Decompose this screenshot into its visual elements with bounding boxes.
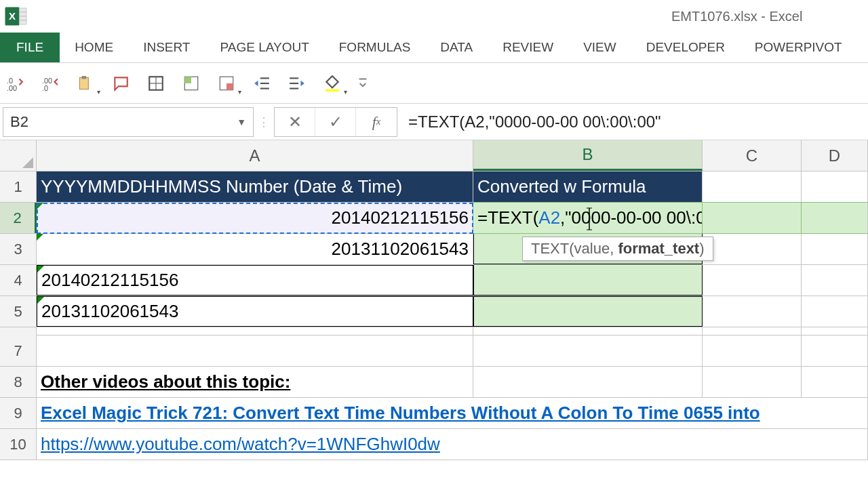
svg-rect-5 — [20, 20, 27, 24]
cell-b5[interactable] — [473, 296, 703, 327]
cell-a7[interactable] — [37, 336, 473, 366]
col-header-b[interactable]: B — [473, 140, 703, 171]
col-header-a[interactable]: A — [37, 140, 473, 171]
tab-powerpivot[interactable]: POWERPIVOT — [740, 33, 857, 62]
cell-d6[interactable] — [802, 327, 868, 335]
insert-cells-icon[interactable] — [180, 73, 202, 94]
cell-a10[interactable]: https://www.youtube.com/watch?v=1WNFGhwI… — [37, 429, 868, 460]
cell-c1[interactable] — [703, 171, 802, 202]
svg-text:.00: .00 — [7, 83, 17, 92]
tab-developer[interactable]: DEVELOPER — [631, 33, 740, 62]
cancel-formula-button[interactable]: ✕ — [275, 108, 315, 136]
cell-d4[interactable] — [802, 265, 868, 296]
enter-formula-button[interactable]: ✓ — [315, 108, 356, 136]
quick-toolbar: .0.00 .00.0 ▾ ▾ ▾ — [0, 63, 868, 104]
text-caret-icon — [589, 205, 590, 232]
cell-c7[interactable] — [703, 336, 802, 366]
row-header-3[interactable]: 3 — [0, 234, 37, 264]
cell-d8[interactable] — [802, 367, 868, 397]
tab-data[interactable]: DATA — [425, 33, 488, 62]
formula-input[interactable]: =TEXT(A2,"0000-00-00 00\:00\:00" — [397, 107, 868, 137]
cell-c8[interactable] — [703, 367, 802, 397]
window-title: EMT1076.xlsx - Excel — [671, 9, 802, 24]
row-header-5[interactable]: 5 — [0, 296, 37, 327]
cell-d1[interactable] — [802, 171, 868, 202]
paste-icon[interactable]: ▾ — [75, 73, 96, 94]
cell-b7[interactable] — [473, 336, 703, 366]
row-header-7[interactable]: 7 — [0, 336, 37, 366]
tab-page-layout[interactable]: PAGE LAYOUT — [205, 33, 323, 62]
name-box-value: B2 — [10, 113, 28, 131]
row-header-1[interactable]: 1 — [0, 171, 37, 202]
excel-app-icon: X — [4, 4, 28, 28]
row-header-8[interactable]: 8 — [0, 367, 37, 397]
insert-function-button[interactable]: fx — [356, 108, 397, 136]
row-header-10[interactable]: 10 — [0, 429, 37, 460]
formula-bar-separator: ⋮ — [254, 115, 274, 129]
svg-text:.0: .0 — [42, 83, 48, 92]
row-header-4[interactable]: 4 — [0, 265, 37, 296]
tab-insert[interactable]: INSERT — [128, 33, 205, 62]
tab-file[interactable]: FILE — [0, 33, 60, 62]
row-3: 3 20131102061543 — [0, 234, 868, 265]
svg-rect-16 — [184, 77, 191, 83]
row-2: 2 20140212115156 =TEXT(A2,"0000-00-00 00… — [0, 203, 868, 234]
increase-decimal-icon[interactable]: .0.00 — [4, 73, 26, 94]
delete-cells-icon[interactable]: ▾ — [216, 73, 237, 94]
name-box[interactable]: B2 ▼ — [3, 107, 254, 137]
cell-d7[interactable] — [802, 336, 868, 366]
cell-a8[interactable]: Other videos about this topic: — [37, 367, 473, 397]
col-header-c[interactable]: C — [703, 140, 802, 171]
cell-c2[interactable] — [703, 203, 802, 233]
select-all-corner[interactable] — [0, 140, 37, 171]
col-header-d[interactable]: D — [802, 140, 868, 171]
tab-formulas[interactable]: FORMULAS — [324, 33, 426, 62]
cell-a6[interactable] — [37, 327, 473, 335]
cell-c6[interactable] — [703, 327, 802, 335]
formula-bar-buttons: ✕ ✓ fx — [274, 107, 397, 137]
tab-review[interactable]: REVIEW — [488, 33, 568, 62]
svg-text:X: X — [9, 10, 16, 22]
row-4: 4 20140212115156 — [0, 265, 868, 296]
cell-b6[interactable] — [473, 327, 703, 335]
cell-c5[interactable] — [703, 296, 802, 327]
row-header-2[interactable]: 2 — [0, 203, 37, 233]
cell-d5[interactable] — [802, 296, 868, 327]
cell-a5[interactable]: 20131102061543 — [37, 296, 473, 327]
row-header-6[interactable] — [0, 327, 37, 336]
name-box-dropdown-icon[interactable]: ▼ — [237, 117, 246, 127]
cell-c4[interactable] — [703, 265, 802, 296]
cell-b8[interactable] — [473, 367, 703, 397]
cell-a9[interactable]: Excel Magic Trick 721: Convert Text Time… — [37, 398, 868, 428]
fill-color-icon[interactable]: ▾ — [321, 73, 343, 94]
cell-b1[interactable]: Converted w Formula — [473, 171, 703, 202]
title-bar: X EMT1076.xlsx - Excel — [0, 0, 868, 33]
row-header-9[interactable]: 9 — [0, 398, 37, 428]
cell-a2[interactable]: 20140212115156 — [37, 203, 473, 233]
svg-rect-11 — [82, 76, 87, 79]
svg-rect-2 — [20, 8, 27, 12]
cell-a4[interactable]: 20140212115156 — [37, 265, 473, 296]
row-5: 5 20131102061543 — [0, 296, 868, 327]
decrease-indent-icon[interactable] — [251, 73, 273, 94]
cell-a3[interactable]: 20131102061543 — [37, 234, 473, 264]
cell-b4[interactable] — [473, 265, 703, 296]
comment-icon[interactable] — [110, 73, 132, 94]
increase-indent-icon[interactable] — [286, 73, 308, 94]
formula-bar: B2 ▼ ⋮ ✕ ✓ fx =TEXT(A2,"0000-00-00 00\:0… — [0, 104, 868, 140]
borders-icon[interactable] — [145, 73, 167, 94]
svg-rect-3 — [20, 12, 27, 16]
row-8: 8 Other videos about this topic: — [0, 367, 868, 398]
tab-home[interactable]: HOME — [60, 33, 128, 62]
decrease-decimal-icon[interactable]: .00.0 — [39, 73, 61, 94]
svg-rect-4 — [20, 16, 27, 20]
toolbar-overflow-icon[interactable] — [357, 73, 369, 94]
tab-view[interactable]: VIEW — [568, 33, 631, 62]
svg-rect-25 — [326, 89, 339, 91]
cell-a1[interactable]: YYYYMMDDHHMMSS Number (Date & Time) — [37, 171, 473, 202]
row-1: 1 YYYYMMDDHHMMSS Number (Date & Time) Co… — [0, 171, 868, 203]
cell-d3[interactable] — [802, 234, 868, 264]
cell-c3[interactable] — [703, 234, 802, 264]
cell-d2[interactable] — [802, 203, 868, 233]
row-10: 10 https://www.youtube.com/watch?v=1WNFG… — [0, 429, 868, 460]
